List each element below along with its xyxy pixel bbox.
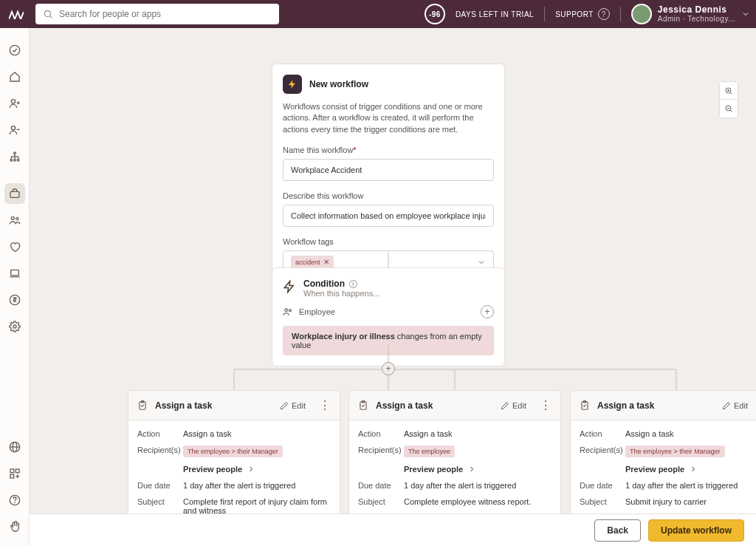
sidebar [0,28,30,546]
value-subject: Complete first report of injury claim fo… [183,497,331,513]
svg-point-23 [13,325,16,328]
label-recipients: Recipient(s) [358,446,396,457]
value-due: 1 day after the alert is triggered [404,481,551,490]
svg-rect-20 [10,270,18,275]
nav-check-icon[interactable] [4,40,25,61]
label-subject: Subject [580,497,618,506]
back-button[interactable]: Back [594,519,641,542]
user-menu[interactable]: Jessica Dennis Admin · Technology... [631,4,750,24]
value-due: 1 day after the alert is triggered [625,481,756,490]
svg-rect-17 [10,191,19,197]
nav-help-icon[interactable] [4,490,25,511]
nav-org-icon[interactable] [4,146,25,167]
value-subject: Complete employee witness report. [404,497,551,506]
task-icon [358,400,368,411]
svg-point-10 [13,159,16,161]
value-action: Assign a task [625,429,756,438]
search-icon [43,9,53,19]
nav-people-icon[interactable] [4,210,25,231]
nav-heart-icon[interactable] [4,236,25,257]
label-due: Due date [137,481,176,490]
label-recipients: Recipient(s) [580,446,618,457]
svg-rect-28 [16,469,19,473]
nav-briefcase-icon[interactable] [4,183,25,204]
chevron-right-icon [467,465,476,474]
task-title: Assign a task [376,400,433,411]
search-box[interactable] [35,4,279,24]
nav-settings-icon[interactable] [4,316,25,337]
logo[interactable] [6,4,27,24]
svg-rect-29 [10,474,14,478]
edit-button[interactable]: Edit [501,401,526,410]
divider [620,7,621,21]
value-action: Assign a task [183,429,331,438]
label-recipients: Recipient(s) [137,446,176,457]
trial-label: DAYS LEFT IN TRIAL [456,10,534,18]
nav-globe-icon[interactable] [4,437,25,457]
task-icon [580,400,590,411]
chevron-down-icon [741,10,750,18]
add-step-button[interactable]: + [382,362,395,375]
svg-rect-27 [10,469,14,473]
pencil-icon [280,401,289,410]
update-workflow-button[interactable]: Update workflow [648,519,744,542]
trial-badge[interactable]: -96 [425,4,445,24]
svg-point-19 [16,217,18,219]
recipient-tag: The employee > their Manager [625,446,725,457]
topbar-right: -96 DAYS LEFT IN TRIAL SUPPORT ? Jessica… [425,4,750,24]
label-due: Due date [358,481,396,490]
svg-point-33 [14,502,15,503]
recipient-tag: The employee [404,446,455,457]
label-action: Action [580,429,618,438]
divider [544,7,545,21]
nav-hand-icon[interactable] [4,516,25,537]
task-card-2: Assign a task Edit ⋮ ActionAssign a task… [348,390,561,513]
edit-button[interactable]: Edit [280,401,306,410]
preview-people-link[interactable]: Preview people [404,465,551,474]
preview-people-link[interactable]: Preview people [625,465,756,474]
value-subject: Submit injury to carrier [625,497,756,506]
task-icon [137,400,148,411]
task-card-1: Assign a task Edit ⋮ ActionAssign a task… [128,390,340,513]
nav-home-icon[interactable] [4,66,25,87]
label-subject: Subject [137,497,176,513]
kebab-menu[interactable]: ⋮ [540,398,551,412]
nav-dollar-icon[interactable] [4,290,25,310]
recipient-tag: The employee > their Manager [183,446,283,457]
help-icon: ? [598,8,610,20]
svg-point-3 [11,100,15,103]
value-action: Assign a task [404,429,551,438]
task-title: Assign a task [597,400,654,411]
footer: Back Update workflow [30,513,756,546]
edit-button[interactable]: Edit [722,401,748,410]
chevron-right-icon [247,465,255,474]
svg-point-2 [10,45,19,55]
task-title: Assign a task [155,400,212,411]
user-name: Jessica Dennis [658,4,735,15]
label-action: Action [358,429,396,438]
svg-point-11 [17,159,19,161]
task-card-3: Assign a task Edit ⋮ ActionAssign a task… [570,390,756,513]
label-due: Due date [580,481,618,490]
nav-person-plus-icon[interactable] [4,93,25,114]
support-link[interactable]: SUPPORT ? [555,8,610,20]
nav-person-minus-icon[interactable] [4,120,25,140]
svg-point-0 [44,10,50,16]
pencil-icon [501,401,509,410]
pencil-icon [722,401,731,410]
svg-point-9 [10,159,13,161]
user-role: Admin · Technology... [658,15,735,24]
kebab-menu[interactable]: ⋮ [319,398,331,412]
label-action: Action [137,429,176,438]
svg-point-6 [11,126,15,130]
value-due: 1 day after the alert is triggered [183,481,331,490]
search-input[interactable] [59,9,272,19]
svg-point-18 [11,216,14,219]
svg-line-1 [50,16,52,18]
workflow-canvas: New workflow Workflows consist of trigge… [30,28,756,513]
nav-laptop-icon[interactable] [4,263,25,284]
avatar [631,4,652,24]
nav-apps-icon[interactable] [4,463,25,484]
preview-people-link[interactable]: Preview people [183,465,331,474]
svg-point-8 [13,152,16,154]
